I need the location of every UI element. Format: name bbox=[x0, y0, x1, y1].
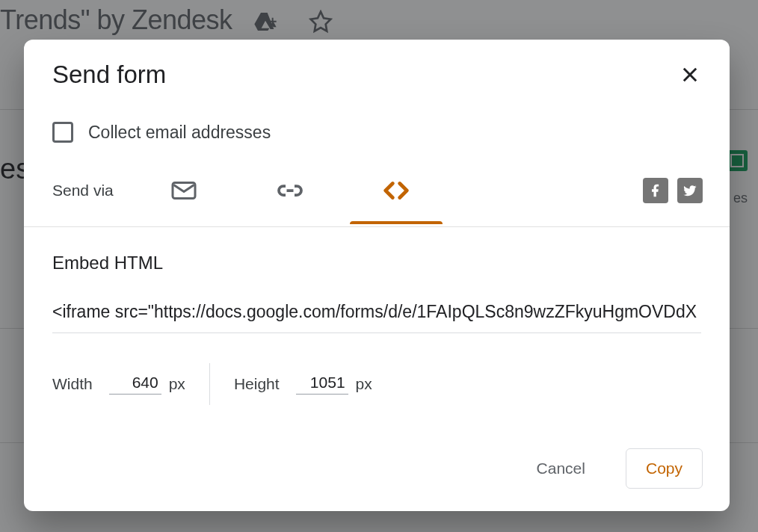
twitter-icon bbox=[682, 183, 697, 198]
cancel-button[interactable]: Cancel bbox=[517, 449, 605, 488]
send-via-label: Send via bbox=[52, 182, 114, 200]
link-icon bbox=[277, 177, 303, 204]
collect-emails-label: Collect email addresses bbox=[88, 123, 271, 143]
tab-link[interactable] bbox=[275, 176, 305, 205]
width-input[interactable] bbox=[109, 374, 161, 395]
height-unit: px bbox=[356, 375, 372, 393]
send-form-dialog: Send form Collect email addresses Send v… bbox=[24, 40, 730, 511]
tab-embed[interactable] bbox=[381, 176, 411, 205]
collect-emails-checkbox[interactable] bbox=[52, 122, 73, 143]
active-tab-indicator bbox=[350, 221, 443, 224]
share-facebook-button[interactable] bbox=[643, 178, 668, 203]
dimension-separator bbox=[209, 363, 210, 405]
facebook-icon bbox=[648, 183, 663, 198]
dialog-title: Send form bbox=[52, 61, 166, 89]
embed-icon bbox=[382, 179, 410, 202]
width-label: Width bbox=[52, 375, 93, 393]
height-label: Height bbox=[234, 375, 280, 393]
embed-code-input[interactable] bbox=[52, 302, 701, 333]
copy-button[interactable]: Copy bbox=[626, 448, 703, 489]
width-unit: px bbox=[169, 375, 185, 393]
embed-section-title: Embed HTML bbox=[52, 253, 701, 273]
mail-icon bbox=[170, 177, 197, 204]
close-icon bbox=[680, 64, 700, 85]
close-button[interactable] bbox=[677, 62, 703, 87]
share-twitter-button[interactable] bbox=[677, 178, 703, 203]
tab-email[interactable] bbox=[169, 176, 199, 205]
height-input[interactable] bbox=[296, 374, 348, 395]
